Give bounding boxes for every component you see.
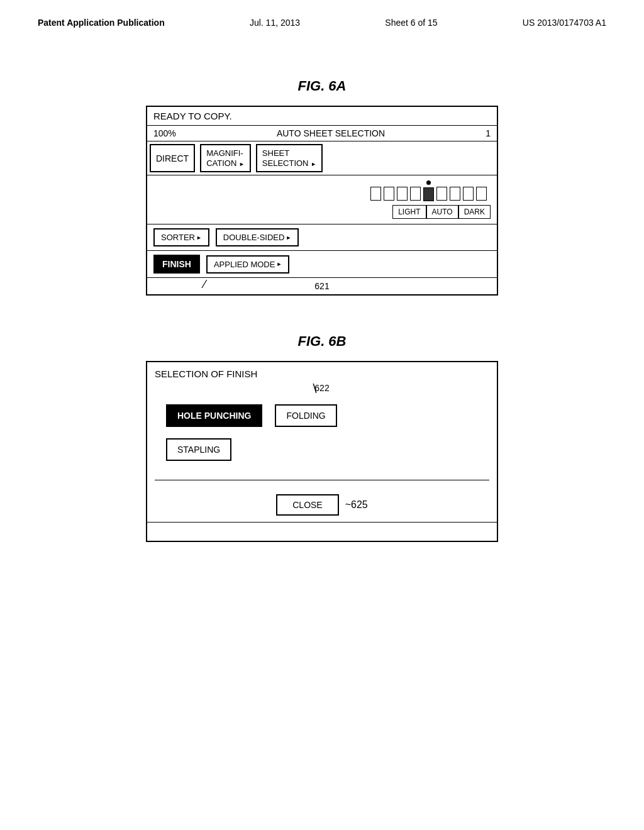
- ready-text: READY TO COPY.: [147, 107, 238, 125]
- fig6a-container: FIG. 6A READY TO COPY. 100% AUTO SHEET S…: [146, 78, 498, 296]
- seg9: [476, 187, 487, 201]
- fig6b-panel: SELECTION OF FINISH 622 ∖ HOLE PUNCHING …: [146, 361, 498, 542]
- close-button[interactable]: CLOSE: [276, 494, 338, 516]
- hole-punching-button[interactable]: HOLE PUNCHING: [166, 404, 262, 427]
- seg7: [450, 187, 460, 201]
- seg6: [436, 187, 447, 201]
- seg5: [423, 187, 434, 201]
- stapling-button[interactable]: STAPLING: [166, 438, 231, 461]
- density-indicator: [369, 180, 488, 201]
- panel6b-footer: [147, 522, 497, 541]
- close-row: CLOSE ~625: [147, 488, 497, 522]
- mode-label: AUTO SHEET SELECTION: [277, 128, 385, 138]
- sheet-info: Sheet 6 of 15: [385, 18, 437, 28]
- seg2: [384, 187, 394, 201]
- magnification-button[interactable]: MAGNIFI-CATION ►: [200, 144, 251, 172]
- pub-date: Jul. 11, 2013: [250, 18, 300, 28]
- hole-folding-row: HOLE PUNCHING FOLDING: [147, 399, 497, 432]
- patent-number: US 2013/0174703 A1: [523, 18, 606, 28]
- dark-button[interactable]: DARK: [458, 205, 491, 219]
- label-625: ~625: [345, 499, 368, 511]
- ready-row: READY TO COPY.: [147, 107, 497, 126]
- label-621-row: ∕ 621: [147, 278, 497, 294]
- folding-button[interactable]: FOLDING: [275, 404, 336, 427]
- fig6a-panel: READY TO COPY. 100% AUTO SHEET SELECTION…: [146, 106, 498, 296]
- stapling-row: STAPLING: [147, 432, 497, 467]
- sorter-row: SORTER► DOUBLE-SIDED►: [147, 224, 497, 251]
- sheet-selection-button[interactable]: SHEETSELECTION ►: [256, 144, 323, 172]
- finish-button[interactable]: FINISH: [153, 255, 200, 274]
- percent-label: 100%: [153, 128, 176, 138]
- seg8: [463, 187, 474, 201]
- finish-row: FINISH APPLIED MODE►: [147, 251, 497, 278]
- seg3: [397, 187, 408, 201]
- selection-header: SELECTION OF FINISH: [147, 362, 497, 382]
- auto-button[interactable]: AUTO: [426, 205, 458, 219]
- label-622-row: 622 ∖: [147, 382, 497, 399]
- info-row: 100% AUTO SHEET SELECTION 1: [147, 126, 497, 141]
- fig6b-title: FIG. 6B: [146, 333, 498, 350]
- direct-button[interactable]: DIRECT: [150, 144, 195, 172]
- seg1: [370, 187, 381, 201]
- double-sided-button[interactable]: DOUBLE-SIDED►: [216, 228, 299, 246]
- sorter-button[interactable]: SORTER►: [153, 228, 209, 246]
- seg4: [410, 187, 421, 201]
- density-dot: [426, 180, 431, 185]
- count-label: 1: [486, 128, 491, 138]
- fig6b-container: FIG. 6B SELECTION OF FINISH 622 ∖ HOLE P…: [146, 333, 498, 542]
- label-621: 621: [314, 281, 329, 291]
- divider: [155, 480, 489, 480]
- fig6a-title: FIG. 6A: [146, 78, 498, 94]
- density-btn-row: LIGHT AUTO DARK: [392, 205, 491, 219]
- light-button[interactable]: LIGHT: [392, 205, 426, 219]
- applied-mode-button[interactable]: APPLIED MODE►: [206, 255, 289, 274]
- pub-type: Patent Application Publication: [38, 18, 165, 28]
- buttons-row: DIRECT MAGNIFI-CATION ► SHEETSELECTION ►: [147, 141, 497, 175]
- density-row: LIGHT AUTO DARK: [147, 175, 497, 224]
- patent-header: Patent Application Publication Jul. 11, …: [0, 0, 644, 28]
